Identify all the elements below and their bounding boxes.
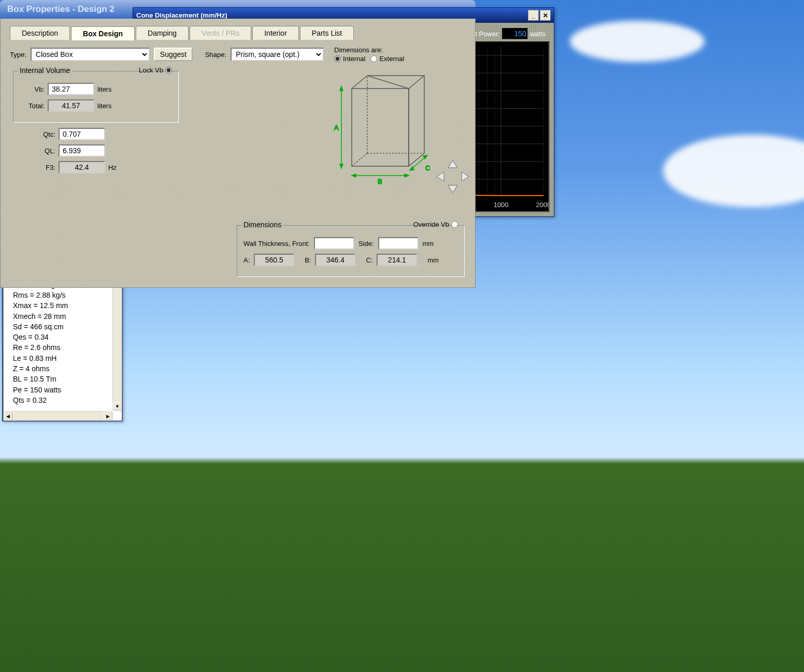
close-icon[interactable]: ✕	[540, 10, 551, 21]
svg-text:B: B	[378, 178, 382, 185]
scroll-down-icon[interactable]: ▼	[113, 402, 122, 411]
driver-property-row: Qes = 0.34	[8, 332, 117, 342]
type-select[interactable]: Closed Box	[31, 48, 150, 61]
svg-marker-74	[352, 174, 356, 177]
type-label: Type:	[10, 51, 26, 59]
driver-property-row: Xmech = 28 mm	[8, 311, 117, 322]
svg-marker-84	[462, 172, 469, 181]
dim-are-label: Dimensions are:	[334, 46, 404, 54]
wall-side-label: Side:	[358, 240, 374, 247]
svg-marker-62	[352, 89, 409, 166]
vb-label: Vb:	[20, 85, 45, 93]
svg-marker-83	[437, 172, 444, 181]
svg-marker-75	[405, 174, 409, 177]
lock-vb[interactable]: Lock Vb	[137, 66, 174, 74]
driver-property-row: Re = 2.6 ohms	[8, 342, 117, 353]
dim-unit: mm	[427, 256, 439, 264]
box-tabstrip: DescriptionBox DesignDampingVents / PRsI…	[10, 26, 466, 40]
svg-line-66	[352, 153, 367, 166]
svg-marker-82	[448, 185, 457, 193]
tab-box-design[interactable]: Box Design	[71, 26, 135, 40]
ql-input[interactable]	[59, 144, 105, 157]
input-power-field[interactable]	[502, 28, 528, 39]
tab-damping[interactable]: Damping	[136, 26, 189, 40]
dim-b-label: B:	[305, 256, 311, 264]
tab-parts-list[interactable]: Parts List	[300, 26, 354, 40]
suggest-button[interactable]: Suggest	[154, 48, 193, 61]
shape-label: Shape:	[205, 51, 226, 59]
radio-external[interactable]: External	[370, 55, 404, 63]
driver-property-row: Qts = 0.32	[8, 395, 117, 405]
dimensions-fieldset: Dimensions Override Vb Wall Thickness, F…	[237, 225, 465, 277]
tab-interior[interactable]: Interior	[252, 26, 299, 40]
driver-property-row: Sd = 466 sq.cm	[8, 322, 117, 332]
vb-unit: liters	[97, 85, 111, 93]
total-unit: liters	[97, 102, 111, 110]
nav-arrows[interactable]	[435, 158, 471, 195]
driver-property-row: Xmax = 12.5 mm	[8, 300, 117, 311]
box-body: DescriptionBox DesignDampingVents / PRsI…	[0, 19, 476, 288]
prism-diagram: A B C	[331, 68, 440, 187]
svg-line-65	[409, 76, 424, 89]
total-label: Total:	[20, 102, 45, 110]
wall-front-label: Wall Thickness, Front:	[243, 240, 310, 247]
wall-front-input[interactable]	[314, 237, 354, 250]
total-value: 41.57	[48, 99, 94, 112]
driver-property-row: Rms = 2.88 kg/s	[8, 290, 117, 300]
svg-line-77	[412, 157, 425, 169]
shape-select[interactable]: Prism, square (opt.)	[231, 48, 324, 61]
dimensions-legend: Dimensions	[241, 221, 283, 229]
scrollbar-horizontal[interactable]: ◀ ▶	[4, 411, 112, 420]
dim-a-label: A:	[243, 256, 250, 264]
f3-unit: Hz	[108, 164, 117, 171]
dim-a-value: 560.5	[254, 254, 294, 266]
radio-internal[interactable]: Internal	[334, 55, 365, 63]
dim-c-label: C:	[366, 256, 372, 264]
internal-volume-legend: Internal Volume	[18, 66, 72, 75]
svg-text:C: C	[425, 164, 430, 172]
qtc-label: Qtc:	[31, 130, 55, 138]
tab-description[interactable]: Description	[10, 26, 70, 40]
qtc-input[interactable]	[59, 128, 105, 140]
svg-text:1000: 1000	[494, 201, 509, 209]
f3-value: 42.4	[59, 161, 105, 173]
internal-volume-fieldset: Internal Volume Lock Vb Vb: liters Total…	[13, 71, 179, 123]
scroll-right-icon[interactable]: ▶	[104, 412, 112, 420]
wall-side-input[interactable]	[378, 237, 419, 250]
driver-property-row: Pe = 150 watts	[8, 385, 117, 395]
cloud-decoration	[570, 21, 705, 62]
svg-marker-81	[448, 160, 457, 168]
dim-c-value: 214.1	[377, 254, 417, 266]
f3-label: F3:	[31, 164, 55, 171]
tab-vents-prs: Vents / PRs	[190, 26, 251, 40]
box-properties-window: Box Properties - Design 2 DescriptionBox…	[0, 0, 476, 299]
dim-b-value: 346.4	[315, 254, 355, 266]
svg-line-64	[352, 76, 367, 89]
svg-marker-63	[367, 76, 424, 166]
driver-property-row: BL = 10.5 Tm	[8, 374, 117, 384]
cloud-decoration	[663, 135, 804, 207]
svg-text:A: A	[334, 124, 339, 132]
minimize-icon[interactable]: _	[528, 10, 539, 21]
type-shape-row: Type: Closed Box Suggest Shape: Prism, s…	[10, 46, 466, 63]
svg-marker-70	[340, 86, 343, 91]
wall-unit: mm	[423, 240, 434, 247]
svg-marker-71	[340, 164, 343, 168]
vb-input[interactable]	[48, 83, 94, 95]
input-power-unit: watts	[530, 30, 545, 38]
ql-label: QL:	[31, 147, 55, 155]
driver-property-row: Z = 4 ohms	[8, 363, 117, 374]
scroll-left-icon[interactable]: ◀	[4, 412, 12, 420]
svg-text:2000: 2000	[536, 201, 549, 209]
override-vb[interactable]: Override Vb	[411, 221, 460, 228]
driver-property-row: Le = 0.83 mH	[8, 353, 117, 363]
chart-title: Cone Displacement (mm/Hz)	[136, 11, 227, 19]
